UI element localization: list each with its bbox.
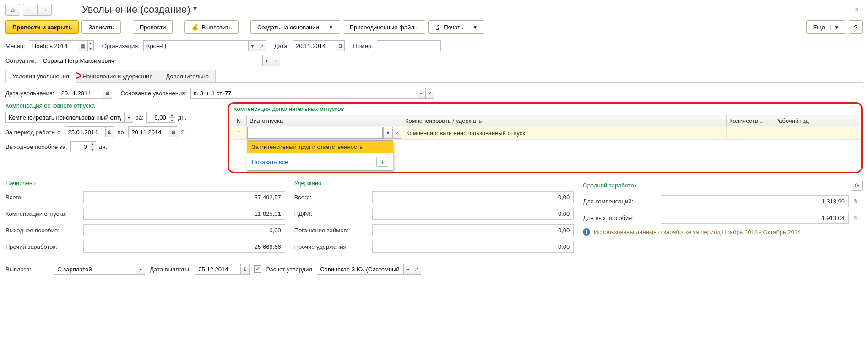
printer-icon: 🖨 — [435, 24, 441, 31]
period-help-icon[interactable]: ? — [181, 129, 184, 136]
table-row[interactable]: 1 ▾ ↗ За интенсивный труд и ответственно… — [231, 126, 859, 140]
calendar-icon: 🗓 — [105, 91, 110, 96]
compensation-mode-dropdown[interactable]: ▾ — [124, 112, 133, 123]
month-up-button[interactable]: ▲ — [87, 40, 94, 46]
reason-open-button[interactable]: ↗ — [425, 88, 434, 99]
month-down-button[interactable]: ▼ — [87, 46, 94, 51]
approved-by-open[interactable]: ↗ — [412, 264, 421, 275]
vacation-type-dropdown-button[interactable]: ▾ — [383, 127, 392, 139]
main-vacation-compensation-title: Компенсация основного отпуска — [5, 102, 228, 109]
show-all-link[interactable]: Показать все — [252, 159, 288, 165]
approved-by-dropdown[interactable]: ▾ — [403, 264, 412, 275]
post-button[interactable]: Провести — [133, 20, 173, 34]
org-dropdown-button[interactable]: ▾ — [248, 40, 257, 51]
empty-underline — [802, 130, 830, 135]
refresh-button[interactable]: ⟳ — [852, 180, 863, 191]
pay-date-input[interactable] — [195, 264, 241, 275]
accrued-severance-value: 0,00 — [83, 224, 285, 236]
avg-sev-label: Для вых. пособия: — [583, 214, 656, 221]
dropdown-item[interactable]: За интенсивный труд и ответственность — [247, 141, 393, 153]
period-from-input[interactable] — [65, 126, 106, 138]
col-vacation-type[interactable]: Вид отпуска — [247, 116, 402, 126]
pay-label: Выплатить — [201, 24, 232, 31]
number-input[interactable] — [377, 40, 441, 51]
write-button[interactable]: Записать — [81, 20, 121, 34]
approved-by-input[interactable] — [317, 264, 404, 275]
tab-additional[interactable]: Дополнительно — [159, 70, 216, 82]
payout-mode-dropdown[interactable]: ▾ — [136, 264, 145, 275]
employee-open-button[interactable]: ↗ — [271, 55, 280, 66]
col-n[interactable]: N — [231, 116, 247, 126]
col-work-year[interactable]: Рабочий год — [772, 116, 859, 126]
reason-dropdown-button[interactable]: ▾ — [417, 88, 426, 99]
accrued-total-value: 37 492,57 — [83, 191, 285, 203]
org-input[interactable] — [143, 40, 249, 51]
forward-button[interactable]: → — [37, 4, 52, 16]
post-and-close-button[interactable]: Провести и закрыть — [5, 20, 79, 34]
period-to-input[interactable] — [128, 126, 169, 138]
page-title: Увольнение (создание) * — [82, 4, 197, 16]
attached-files-button[interactable]: Присоединенные файлы — [343, 20, 426, 34]
open-icon: ↗ — [415, 267, 418, 272]
back-button[interactable]: ← — [23, 4, 38, 16]
termination-date-input[interactable] — [58, 88, 103, 99]
withheld-total-value: 0,00 — [372, 191, 574, 203]
more-button[interactable]: Еще ▼ — [806, 20, 846, 34]
vacation-type-input[interactable] — [247, 127, 383, 139]
accrued-other-value: 25 666,66 — [83, 241, 285, 253]
close-button[interactable]: × — [851, 6, 863, 14]
pay-date-calendar-button[interactable]: 🗓 — [240, 264, 250, 275]
avg-sev-value: 1 913,04 — [661, 212, 849, 224]
termination-reason-input[interactable] — [190, 88, 417, 99]
work-year-cell[interactable] — [772, 126, 859, 140]
money-icon: 💰 — [191, 24, 199, 31]
days-up-button[interactable]: ▲ — [169, 112, 175, 117]
tab-termination-conditions[interactable]: Условия увольнения — [5, 70, 76, 83]
pay-date-label: Дата выплаты: — [150, 266, 190, 273]
withheld-loans-label: Погашение займов: — [294, 227, 368, 234]
close-icon: × — [855, 6, 859, 13]
print-button[interactable]: 🖨 Печать ▼ — [428, 20, 484, 34]
termination-date-calendar-button[interactable]: 🗓 — [103, 88, 112, 99]
quantity-cell[interactable] — [727, 126, 772, 140]
date-input[interactable] — [293, 40, 336, 51]
org-open-button[interactable]: ↗ — [257, 40, 266, 51]
severance-up-button[interactable]: ▲ — [90, 141, 96, 147]
create-from-button[interactable]: Создать на основании ▼ — [250, 20, 340, 34]
col-action[interactable]: Компенсировать / удержать — [402, 116, 727, 126]
action-cell: Компенсировать неиспользованный отпуск — [402, 126, 727, 140]
month-label: Месяц: — [5, 43, 25, 50]
chevron-down-icon: ▾ — [266, 58, 268, 63]
compensation-days-input[interactable] — [146, 112, 169, 123]
termination-date-label: Дата увольнения: — [5, 90, 54, 97]
month-input[interactable] — [29, 40, 79, 51]
month-picker-button[interactable]: ▦ — [79, 40, 88, 51]
home-button[interactable]: ⌂ — [5, 4, 20, 16]
employee-input[interactable] — [40, 55, 263, 66]
grid-icon: ▦ — [81, 44, 85, 49]
col-quantity[interactable]: Количеств... — [727, 116, 772, 126]
accrued-vacation-value: 11 825,91 — [83, 208, 285, 220]
chevron-down-icon: ▾ — [407, 267, 409, 272]
arrow-right-icon: → — [41, 6, 48, 13]
edit-avg-sev-button[interactable]: ✎ — [853, 214, 863, 221]
pay-button[interactable]: 💰 Выплатить — [184, 20, 239, 34]
period-to-calendar-button[interactable]: 🗓 — [169, 126, 178, 138]
payout-mode-select[interactable] — [54, 264, 136, 275]
empty-underline — [736, 130, 763, 135]
period-from-calendar-button[interactable]: 🗓 — [105, 126, 114, 138]
vacation-type-open-button[interactable]: ↗ — [392, 127, 401, 139]
days-down-button[interactable]: ▼ — [169, 117, 175, 123]
add-new-button[interactable]: + — [376, 157, 388, 167]
edit-avg-comp-button[interactable]: ✎ — [853, 198, 863, 205]
date-calendar-button[interactable]: 🗓 — [336, 40, 345, 51]
help-button[interactable]: ? — [849, 20, 863, 34]
compensation-mode-select[interactable] — [5, 112, 125, 123]
calendar-icon: 🗓 — [243, 267, 247, 272]
tab-accruals-deductions[interactable]: Начисления и удержания — [76, 70, 159, 82]
employee-dropdown-button[interactable]: ▾ — [262, 55, 271, 66]
severance-days-input[interactable] — [70, 141, 90, 152]
vacation-type-cell[interactable]: ▾ ↗ За интенсивный труд и ответственност… — [247, 126, 402, 140]
calc-approved-checkbox[interactable] — [254, 265, 261, 273]
severance-down-button[interactable]: ▼ — [90, 147, 96, 152]
